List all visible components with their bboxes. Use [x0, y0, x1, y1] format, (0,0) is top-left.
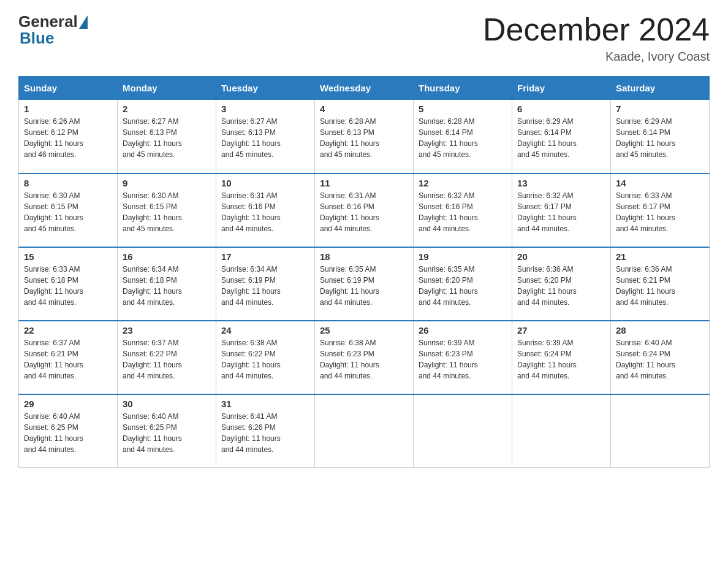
day-number: 8	[24, 178, 112, 188]
calendar-cell: 20 Sunrise: 6:36 AMSunset: 6:20 PMDaylig…	[512, 247, 611, 321]
day-info: Sunrise: 6:33 AMSunset: 6:17 PMDaylight:…	[616, 191, 675, 233]
day-info: Sunrise: 6:29 AMSunset: 6:14 PMDaylight:…	[517, 117, 577, 159]
day-info: Sunrise: 6:40 AMSunset: 6:25 PMDaylight:…	[123, 412, 182, 454]
day-info: Sunrise: 6:39 AMSunset: 6:23 PMDaylight:…	[419, 339, 478, 380]
day-number: 21	[616, 251, 704, 262]
day-number: 27	[517, 325, 605, 335]
calendar-cell: 28 Sunrise: 6:40 AMSunset: 6:24 PMDaylig…	[611, 321, 710, 394]
calendar-cell: 22 Sunrise: 6:37 AMSunset: 6:21 PMDaylig…	[19, 321, 118, 394]
day-number: 16	[123, 251, 211, 262]
day-info: Sunrise: 6:29 AMSunset: 6:14 PMDaylight:…	[616, 117, 675, 159]
calendar-cell: 27 Sunrise: 6:39 AMSunset: 6:24 PMDaylig…	[512, 321, 611, 394]
calendar-cell	[611, 394, 710, 468]
logo-blue-text: Blue	[20, 29, 88, 48]
day-number: 24	[221, 325, 309, 335]
calendar-cell: 4 Sunrise: 6:28 AMSunset: 6:13 PMDayligh…	[315, 100, 414, 174]
calendar-cell: 7 Sunrise: 6:29 AMSunset: 6:14 PMDayligh…	[611, 100, 710, 174]
day-info: Sunrise: 6:37 AMSunset: 6:22 PMDaylight:…	[123, 339, 182, 380]
day-number: 19	[419, 251, 507, 262]
calendar-cell	[414, 394, 512, 468]
calendar-cell: 16 Sunrise: 6:34 AMSunset: 6:18 PMDaylig…	[118, 247, 216, 321]
logo-triangle-icon	[79, 15, 88, 29]
calendar-cell: 17 Sunrise: 6:34 AMSunset: 6:19 PMDaylig…	[216, 247, 315, 321]
calendar-cell: 12 Sunrise: 6:32 AMSunset: 6:16 PMDaylig…	[414, 174, 512, 247]
day-number: 17	[221, 251, 309, 262]
day-number: 5	[419, 104, 507, 114]
day-number: 10	[221, 178, 309, 188]
day-info: Sunrise: 6:33 AMSunset: 6:18 PMDaylight:…	[24, 265, 83, 307]
day-info: Sunrise: 6:40 AMSunset: 6:24 PMDaylight:…	[616, 339, 675, 380]
day-info: Sunrise: 6:32 AMSunset: 6:17 PMDaylight:…	[517, 191, 577, 233]
calendar-cell: 6 Sunrise: 6:29 AMSunset: 6:14 PMDayligh…	[512, 100, 611, 174]
day-number: 26	[419, 325, 507, 335]
day-number: 29	[24, 399, 112, 409]
day-info: Sunrise: 6:37 AMSunset: 6:21 PMDaylight:…	[24, 339, 83, 380]
calendar-cell: 11 Sunrise: 6:31 AMSunset: 6:16 PMDaylig…	[315, 174, 414, 247]
day-info: Sunrise: 6:40 AMSunset: 6:25 PMDaylight:…	[24, 412, 83, 454]
day-info: Sunrise: 6:31 AMSunset: 6:16 PMDaylight:…	[320, 191, 379, 233]
day-number: 18	[320, 251, 408, 262]
calendar-cell	[512, 394, 611, 468]
calendar-cell: 15 Sunrise: 6:33 AMSunset: 6:18 PMDaylig…	[19, 247, 118, 321]
day-number: 7	[616, 104, 704, 114]
weekday-header-thursday: Thursday	[414, 77, 512, 100]
calendar-cell: 9 Sunrise: 6:30 AMSunset: 6:15 PMDayligh…	[118, 174, 216, 247]
calendar-cell: 23 Sunrise: 6:37 AMSunset: 6:22 PMDaylig…	[118, 321, 216, 394]
calendar-cell: 29 Sunrise: 6:40 AMSunset: 6:25 PMDaylig…	[19, 394, 118, 468]
day-info: Sunrise: 6:36 AMSunset: 6:21 PMDaylight:…	[616, 265, 675, 307]
calendar-cell: 1 Sunrise: 6:26 AMSunset: 6:12 PMDayligh…	[19, 100, 118, 174]
weekday-header-monday: Monday	[118, 77, 216, 100]
weekday-header-row: SundayMondayTuesdayWednesdayThursdayFrid…	[19, 77, 710, 100]
day-number: 2	[123, 104, 211, 114]
calendar-week-row: 1 Sunrise: 6:26 AMSunset: 6:12 PMDayligh…	[19, 100, 710, 174]
day-info: Sunrise: 6:38 AMSunset: 6:22 PMDaylight:…	[221, 339, 281, 380]
day-info: Sunrise: 6:27 AMSunset: 6:13 PMDaylight:…	[221, 117, 281, 159]
calendar-cell: 3 Sunrise: 6:27 AMSunset: 6:13 PMDayligh…	[216, 100, 315, 174]
day-number: 4	[320, 104, 408, 114]
calendar-week-row: 22 Sunrise: 6:37 AMSunset: 6:21 PMDaylig…	[19, 321, 710, 394]
calendar-week-row: 15 Sunrise: 6:33 AMSunset: 6:18 PMDaylig…	[19, 247, 710, 321]
calendar-cell: 2 Sunrise: 6:27 AMSunset: 6:13 PMDayligh…	[118, 100, 216, 174]
day-number: 14	[616, 178, 704, 188]
day-number: 12	[419, 178, 507, 188]
day-number: 31	[221, 399, 309, 409]
day-number: 25	[320, 325, 408, 335]
calendar-table: SundayMondayTuesdayWednesdayThursdayFrid…	[18, 76, 710, 468]
day-info: Sunrise: 6:38 AMSunset: 6:23 PMDaylight:…	[320, 339, 379, 380]
calendar-cell: 26 Sunrise: 6:39 AMSunset: 6:23 PMDaylig…	[414, 321, 512, 394]
calendar-cell: 19 Sunrise: 6:35 AMSunset: 6:20 PMDaylig…	[414, 247, 512, 321]
title-block: December 2024 Kaade, Ivory Coast	[483, 12, 710, 64]
day-info: Sunrise: 6:32 AMSunset: 6:16 PMDaylight:…	[419, 191, 478, 233]
day-number: 22	[24, 325, 112, 335]
page-header: General Blue December 2024 Kaade, Ivory …	[18, 12, 710, 64]
day-number: 28	[616, 325, 704, 335]
day-info: Sunrise: 6:31 AMSunset: 6:16 PMDaylight:…	[221, 191, 281, 233]
day-info: Sunrise: 6:35 AMSunset: 6:19 PMDaylight:…	[320, 265, 379, 307]
logo-block: General Blue	[18, 12, 88, 48]
calendar-cell: 25 Sunrise: 6:38 AMSunset: 6:23 PMDaylig…	[315, 321, 414, 394]
weekday-header-friday: Friday	[512, 77, 611, 100]
month-title: December 2024	[483, 12, 710, 47]
calendar-cell: 14 Sunrise: 6:33 AMSunset: 6:17 PMDaylig…	[611, 174, 710, 247]
day-info: Sunrise: 6:28 AMSunset: 6:13 PMDaylight:…	[320, 117, 379, 159]
day-number: 1	[24, 104, 112, 114]
day-info: Sunrise: 6:27 AMSunset: 6:13 PMDaylight:…	[123, 117, 182, 159]
weekday-header-saturday: Saturday	[611, 77, 710, 100]
calendar-cell: 5 Sunrise: 6:28 AMSunset: 6:14 PMDayligh…	[414, 100, 512, 174]
day-number: 9	[123, 178, 211, 188]
day-number: 30	[123, 399, 211, 409]
day-info: Sunrise: 6:26 AMSunset: 6:12 PMDaylight:…	[24, 117, 83, 159]
calendar-cell: 18 Sunrise: 6:35 AMSunset: 6:19 PMDaylig…	[315, 247, 414, 321]
day-number: 13	[517, 178, 605, 188]
day-info: Sunrise: 6:39 AMSunset: 6:24 PMDaylight:…	[517, 339, 577, 380]
day-number: 20	[517, 251, 605, 262]
calendar-cell: 31 Sunrise: 6:41 AMSunset: 6:26 PMDaylig…	[216, 394, 315, 468]
day-number: 6	[517, 104, 605, 114]
day-info: Sunrise: 6:30 AMSunset: 6:15 PMDaylight:…	[24, 191, 83, 233]
day-info: Sunrise: 6:35 AMSunset: 6:20 PMDaylight:…	[419, 265, 478, 307]
day-info: Sunrise: 6:41 AMSunset: 6:26 PMDaylight:…	[221, 412, 281, 454]
calendar-cell: 24 Sunrise: 6:38 AMSunset: 6:22 PMDaylig…	[216, 321, 315, 394]
day-number: 3	[221, 104, 309, 114]
calendar-cell: 8 Sunrise: 6:30 AMSunset: 6:15 PMDayligh…	[19, 174, 118, 247]
day-info: Sunrise: 6:28 AMSunset: 6:14 PMDaylight:…	[419, 117, 478, 159]
